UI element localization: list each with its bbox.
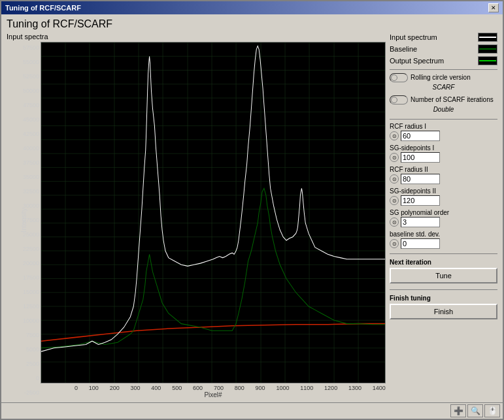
legend-input-spectrum: Input spectrum xyxy=(390,33,497,42)
legend-output-spectrum-line xyxy=(479,60,496,61)
y-label: 0 xyxy=(36,375,39,381)
y-label: 27500 xyxy=(23,217,39,223)
y-label: 12500 xyxy=(23,303,39,310)
main-area: Input spectra Intensity 57500 55000 5250… xyxy=(7,33,497,398)
rcf-radius-1-label: RCF radius I xyxy=(390,123,497,130)
scarf-iterations-toggle[interactable] xyxy=(390,95,408,105)
sg-poly-order-field: SG polynomial order ⊙ xyxy=(390,209,497,227)
legend-output-spectrum: Output Spectrum xyxy=(390,56,497,65)
scarf-iterations-label: Number of SCARF iterations xyxy=(411,96,494,104)
toggle-knob xyxy=(391,74,397,81)
scarf-iterations-value: Double xyxy=(433,106,454,113)
finish-label: Finish tuning xyxy=(390,295,497,302)
legend-input-spectrum-color xyxy=(478,33,497,42)
x-label: 500 xyxy=(172,385,182,391)
chart-area: Input spectra Intensity 57500 55000 5250… xyxy=(7,33,386,398)
right-panel: Input spectrum Baseline Output Spectrum xyxy=(390,33,497,398)
rolling-circle-toggle[interactable] xyxy=(390,73,408,82)
legend-output-spectrum-label: Output Spectrum xyxy=(390,57,444,65)
rolling-circle-value: SCARF xyxy=(433,84,455,91)
close-button[interactable]: ✕ xyxy=(488,3,499,12)
sg-sidepoints-2-label: SG-sidepoints II xyxy=(390,187,497,195)
rcf-radius-2-spinner[interactable]: ⊙ xyxy=(390,174,399,184)
y-label: 37500 xyxy=(23,159,39,166)
zoom-fit-button[interactable]: 🔍 xyxy=(467,404,483,417)
toggle-knob-2 xyxy=(391,97,397,103)
baseline-std-dev-label: baseline std. dev. xyxy=(390,231,497,238)
x-label: 0 xyxy=(75,385,78,391)
x-label: 1100 xyxy=(300,385,313,391)
sg-poly-order-spinner[interactable]: ⊙ xyxy=(390,218,399,227)
rcf-radius-1-spinner[interactable]: ⊙ xyxy=(390,131,399,140)
sg-poly-order-input-row: ⊙ xyxy=(390,217,497,227)
sg-poly-order-input[interactable] xyxy=(401,217,440,227)
baseline-std-dev-input[interactable] xyxy=(401,238,440,249)
separator-2 xyxy=(390,119,497,120)
x-label: 700 xyxy=(214,385,224,391)
chart-plot xyxy=(41,42,386,383)
y-label: 57500 xyxy=(23,44,39,51)
legend-input-spectrum-line xyxy=(479,37,496,38)
rolling-circle-label: Rolling circle version xyxy=(411,74,471,82)
y-label: 22500 xyxy=(23,246,39,252)
rcf-radius-2-input[interactable] xyxy=(401,174,440,184)
next-iteration-section: Next iteration Tune xyxy=(390,257,497,283)
y-label: 10000 xyxy=(23,317,39,324)
y-label: 17500 xyxy=(23,274,39,281)
y-label: 45000 xyxy=(23,116,39,123)
x-label: 1200 xyxy=(324,385,337,391)
x-label: 100 xyxy=(89,385,99,391)
chart-label: Input spectra xyxy=(7,33,386,40)
sg-sidepoints-1-spinner[interactable]: ⊙ xyxy=(390,153,399,162)
x-label: 400 xyxy=(151,385,161,391)
main-window: Tuning of RCF/SCARF ✕ Tuning of RCF/SCAR… xyxy=(0,0,504,420)
x-label: 900 xyxy=(256,385,265,391)
legend-baseline-line xyxy=(479,48,496,50)
y-label: 42500 xyxy=(23,131,39,137)
legend-baseline-label: Baseline xyxy=(390,45,417,53)
scarf-iterations-option: Number of SCARF iterations Double xyxy=(390,95,497,113)
legend-output-spectrum-color xyxy=(478,56,497,65)
title-bar: Tuning of RCF/SCARF ✕ xyxy=(1,1,503,14)
rolling-circle-row: Rolling circle version xyxy=(390,73,497,82)
sg-sidepoints-1-input[interactable] xyxy=(401,152,440,163)
sg-sidepoints-2-input[interactable] xyxy=(401,195,440,206)
y-label: 52500 xyxy=(23,73,39,80)
baseline-std-dev-spinner[interactable]: ⊙ xyxy=(390,239,399,248)
rcf-radius-2-label: RCF radius II xyxy=(390,166,497,173)
rolling-circle-option: Rolling circle version SCARF xyxy=(390,73,497,91)
finish-section: Finish tuning Finish xyxy=(390,293,497,319)
pan-button[interactable]: 🖱️ xyxy=(484,404,500,417)
separator-3 xyxy=(390,253,497,254)
sg-sidepoints-2-spinner[interactable]: ⊙ xyxy=(390,196,399,205)
x-label: 1400 xyxy=(373,385,386,391)
sg-sidepoints-1-input-row: ⊙ xyxy=(390,152,497,163)
finish-button[interactable]: Finish xyxy=(390,304,497,319)
y-label: 2500 xyxy=(26,361,39,367)
separator-4 xyxy=(390,289,497,290)
rcf-radius-1-input-row: ⊙ xyxy=(390,131,497,141)
svg-rect-0 xyxy=(41,42,385,383)
y-label: 32500 xyxy=(23,188,39,195)
chart-svg xyxy=(41,42,385,383)
sg-sidepoints-2-input-row: ⊙ xyxy=(390,195,497,206)
page-title: Tuning of RCF/SCARF xyxy=(7,18,497,30)
y-label: 35000 xyxy=(23,174,39,180)
zoom-plus-button[interactable]: ➕ xyxy=(450,404,466,417)
y-label: 30000 xyxy=(23,202,39,209)
x-axis: 0 100 200 300 400 500 600 700 800 900 10… xyxy=(41,383,386,391)
baseline-std-dev-input-row: ⊙ xyxy=(390,238,497,249)
rcf-radius-2-input-row: ⊙ xyxy=(390,174,497,184)
legend-input-spectrum-label: Input spectrum xyxy=(390,33,437,41)
y-label: 40000 xyxy=(23,145,39,152)
scarf-iterations-row: Number of SCARF iterations xyxy=(390,95,497,105)
next-iteration-label: Next iteration xyxy=(390,259,497,266)
x-label: 600 xyxy=(193,385,203,391)
y-label: 20000 xyxy=(23,260,39,267)
bottom-bar: ➕ 🔍 🖱️ xyxy=(1,402,503,419)
sg-sidepoints-1-label: SG-sidepoints I xyxy=(390,144,497,152)
rcf-radius-1-input[interactable] xyxy=(401,131,440,141)
tune-button[interactable]: Tune xyxy=(390,268,497,283)
x-label: 800 xyxy=(235,385,244,391)
legend-baseline: Baseline xyxy=(390,44,497,54)
